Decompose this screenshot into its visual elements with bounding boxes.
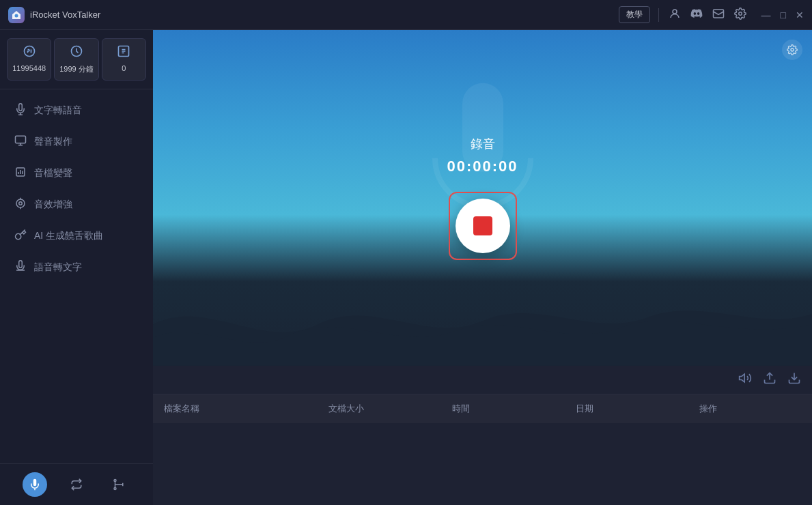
col-date: 日期: [565, 394, 688, 423]
title-bar-right: — □ ✕: [650, 8, 804, 23]
separator: [658, 8, 659, 22]
cut-footer-button[interactable]: [106, 472, 130, 497]
ai-rap-icon: [14, 229, 27, 244]
app-title: iRocket VoxTalker: [30, 10, 100, 20]
volume-button[interactable]: [738, 371, 752, 388]
email-icon[interactable]: [712, 8, 725, 23]
sidebar-item-audio-enhance[interactable]: 音效增強: [0, 189, 153, 220]
chars-value: 11995448: [12, 64, 46, 72]
audio-enhance-label: 音效增強: [34, 199, 72, 211]
voice-production-icon: [14, 134, 27, 149]
stats-row: 11995448 1999 分鐘 0: [0, 30, 153, 89]
maximize-button[interactable]: □: [781, 10, 786, 20]
close-button[interactable]: ✕: [796, 10, 804, 20]
svg-rect-7: [16, 136, 26, 143]
svg-rect-2: [713, 10, 723, 18]
recording-title: 錄音: [471, 136, 495, 152]
svg-point-0: [15, 14, 18, 17]
col-filename: 檔案名稱: [153, 394, 318, 423]
upload-button[interactable]: [763, 371, 776, 388]
svg-marker-26: [740, 374, 745, 382]
window-controls: — □ ✕: [761, 10, 804, 20]
loop-footer-button[interactable]: [64, 472, 89, 497]
speech-to-text-icon: [14, 260, 27, 275]
minutes-value: 1999 分鐘: [59, 64, 94, 74]
count-icon: [117, 44, 130, 61]
col-time: 時間: [441, 394, 565, 423]
table-header: 檔案名稱 文檔大小 時間 日期 操作: [153, 394, 812, 423]
wave-decoration: [153, 283, 812, 366]
svg-point-1: [673, 10, 677, 14]
stop-icon: [473, 216, 492, 235]
discord-icon[interactable]: [690, 8, 703, 23]
sidebar-item-voice-change[interactable]: 音檔變聲: [0, 158, 153, 189]
export-button[interactable]: [787, 371, 801, 388]
speech-to-text-label: 語音轉文字: [34, 261, 82, 274]
recording-panel: 錄音 00:00:00: [153, 30, 812, 366]
sidebar-footer: [0, 463, 153, 505]
sidebar-item-ai-rap[interactable]: AI 生成饒舌歌曲: [0, 220, 153, 252]
ai-rap-label: AI 生成饒舌歌曲: [34, 230, 103, 242]
col-filesize: 文檔大小: [318, 394, 441, 423]
audio-enhance-icon: [14, 197, 27, 212]
sidebar-item-speech-to-text[interactable]: 語音轉文字: [0, 252, 153, 283]
svg-point-22: [791, 48, 794, 51]
app-icon: [8, 7, 25, 23]
title-bar: iRocket VoxTalker 教學 —: [0, 0, 812, 30]
text-to-speech-label: 文字轉語音: [34, 104, 82, 117]
table-body: [153, 423, 812, 505]
title-bar-center: 教學: [619, 6, 650, 23]
voice-change-label: 音檔變聲: [34, 167, 72, 179]
voice-change-icon: [14, 166, 27, 181]
count-value: 0: [122, 64, 126, 72]
table-area: 檔案名稱 文檔大小 時間 日期 操作: [153, 366, 812, 505]
nav-items: 文字轉語音 聲音製作 音檔變聲: [0, 89, 153, 463]
content-area: 錄音 00:00:00: [153, 30, 812, 505]
stop-button-container: [449, 192, 517, 260]
stat-chars: 11995448: [7, 38, 51, 81]
svg-point-18: [114, 480, 116, 482]
sidebar: 11995448 1999 分鐘 0: [0, 30, 153, 505]
voice-production-label: 聲音製作: [34, 136, 72, 148]
chars-icon: [23, 44, 36, 61]
tutorial-button[interactable]: 教學: [619, 6, 650, 23]
mic-footer-button[interactable]: [23, 472, 47, 497]
stat-count: 0: [102, 38, 146, 81]
text-to-speech-icon: [14, 103, 27, 118]
svg-point-12: [16, 199, 25, 207]
title-bar-left: iRocket VoxTalker: [8, 7, 619, 23]
panel-settings-button[interactable]: [782, 40, 802, 60]
svg-point-13: [19, 202, 23, 205]
stat-minutes: 1999 分鐘: [54, 38, 98, 81]
svg-point-3: [738, 12, 742, 15]
col-actions: 操作: [688, 394, 812, 423]
minimize-button[interactable]: —: [761, 10, 771, 20]
main-layout: 11995448 1999 分鐘 0: [0, 30, 812, 505]
settings-icon[interactable]: [734, 8, 746, 23]
sidebar-item-voice-production[interactable]: 聲音製作: [0, 126, 153, 158]
toolbar-row: [153, 366, 812, 394]
user-icon[interactable]: [669, 8, 681, 23]
svg-point-17: [114, 488, 116, 490]
recording-timer: 00:00:00: [447, 158, 518, 175]
sidebar-item-text-to-speech[interactable]: 文字轉語音: [0, 95, 153, 126]
minutes-icon: [70, 44, 83, 61]
stop-recording-button[interactable]: [456, 199, 510, 253]
